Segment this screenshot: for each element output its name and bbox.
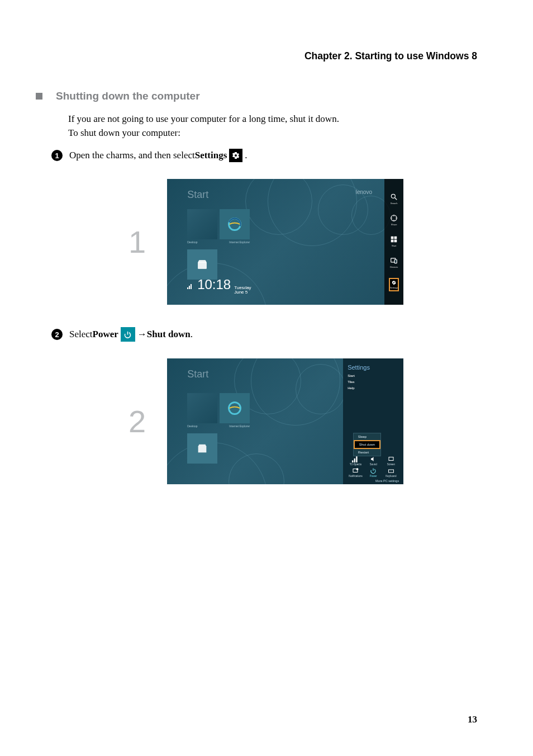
settings-screen[interactable]: Screen — [383, 456, 399, 466]
settings-network[interactable]: TO-Spectu — [348, 456, 364, 466]
charm-share[interactable]: Share — [389, 214, 399, 228]
step-1-line: 1 Open the charms, and then select Setti… — [51, 149, 477, 162]
svg-rect-25 — [388, 470, 393, 472]
figure-2-badge: 2 — [129, 403, 146, 440]
figure-2-row: 2 Start Desktop Internet Explorer Settin… — [129, 358, 477, 484]
square-bullet-icon — [36, 93, 42, 100]
step-1-text-suffix: . — [245, 150, 247, 161]
start-label: Start — [187, 189, 208, 201]
figure-1-badge: 1 — [129, 224, 146, 260]
svg-rect-10 — [391, 239, 394, 242]
screenshot-1: Start lenovo Desktop Internet Explorer 1… — [167, 179, 403, 305]
svg-rect-13 — [394, 259, 397, 263]
tile-store-2[interactable] — [187, 433, 217, 464]
svg-point-5 — [391, 194, 395, 198]
charm-settings-highlighted[interactable]: Settings — [389, 278, 399, 291]
brand-label: lenovo — [356, 189, 372, 195]
svg-rect-4 — [191, 284, 192, 289]
charm-search[interactable]: Search — [389, 193, 399, 206]
step-2-line: 2 Select Power → Shut down . — [51, 327, 477, 342]
charms-bar: Search Share Start Devices Settings — [384, 179, 403, 305]
screenshot-2: Start Desktop Internet Explorer Settings… — [167, 358, 403, 484]
settings-notifications[interactable]: Notifications — [348, 467, 364, 478]
tile-internet-explorer-2[interactable] — [220, 393, 250, 423]
settings-keyboard[interactable]: Keyboard — [383, 467, 399, 478]
svg-rect-8 — [391, 237, 394, 239]
power-menu-restart[interactable]: Restart — [354, 449, 380, 456]
tile-desktop[interactable] — [187, 209, 217, 239]
signal-icon — [187, 281, 193, 291]
step-2-power-word: Power — [93, 329, 118, 340]
clock-time: 10:18 — [197, 277, 231, 292]
settings-sound[interactable]: Sound — [365, 456, 382, 466]
section-heading-row: Shutting down the computer — [56, 90, 477, 102]
tile-store[interactable] — [187, 249, 217, 280]
settings-link-tiles[interactable]: Tiles — [348, 380, 399, 384]
intro-text: If you are not going to use your compute… — [68, 112, 477, 140]
settings-pane-title: Settings — [348, 364, 399, 371]
step-number-1: 1 — [51, 150, 63, 161]
step-2-arrow: → — [137, 329, 147, 340]
chapter-header: Chapter 2. Starting to use Windows 8 — [56, 50, 477, 62]
settings-bottom-grid: TO-Spectu Sound Screen Notifications Pow… — [348, 456, 399, 478]
svg-rect-17 — [352, 461, 353, 463]
svg-line-6 — [395, 198, 397, 200]
settings-power[interactable]: Power — [365, 467, 382, 478]
power-menu-sleep[interactable]: Sleep — [354, 433, 380, 440]
svg-rect-19 — [356, 456, 358, 462]
settings-link-help[interactable]: Help — [348, 386, 399, 390]
step-2-shutdown-word: Shut down — [147, 329, 191, 340]
step-number-2: 2 — [51, 329, 63, 340]
svg-rect-20 — [389, 457, 393, 461]
clock-overlay: 10:18 TuesdayJune 5 — [187, 277, 251, 295]
settings-link-start[interactable]: Start — [348, 374, 399, 377]
step-2-suffix: . — [191, 329, 193, 340]
svg-rect-9 — [394, 237, 397, 239]
charm-start[interactable]: Start — [389, 235, 399, 249]
section-title: Shutting down the computer — [56, 90, 200, 102]
tile-label-row-2: Desktop Internet Explorer — [187, 424, 250, 428]
svg-rect-2 — [187, 287, 188, 289]
svg-rect-18 — [354, 459, 355, 462]
svg-rect-11 — [394, 239, 397, 242]
tile-desktop-2[interactable] — [187, 393, 217, 423]
charm-devices[interactable]: Devices — [389, 257, 399, 270]
change-pc-settings-link[interactable]: More PC settings — [375, 479, 399, 483]
tile-internet-explorer[interactable] — [220, 209, 250, 239]
page-number: 13 — [468, 714, 477, 725]
step-1-text-prefix: Open the charms, and then select — [69, 150, 195, 161]
tile-label-row: Desktop Internet Explorer — [187, 240, 250, 244]
inline-settings-icon — [229, 149, 242, 162]
step-2-text-prefix: Select — [69, 329, 93, 340]
step-1-settings-word: Settings — [195, 150, 227, 161]
svg-point-22 — [356, 469, 358, 470]
start-label-2: Start — [187, 368, 208, 380]
inline-power-icon — [121, 327, 135, 342]
power-popup-menu: Sleep Shut down Restart — [353, 433, 381, 456]
settings-pane: Settings Start Tiles Help TO-Spectu Soun… — [343, 358, 403, 484]
clock-date: TuesdayJune 5 — [234, 286, 251, 295]
svg-rect-3 — [189, 286, 190, 289]
power-menu-shutdown-highlighted[interactable]: Shut down — [354, 440, 380, 449]
figure-1-row: 1 Start lenovo Desktop Internet Explorer… — [129, 179, 477, 305]
